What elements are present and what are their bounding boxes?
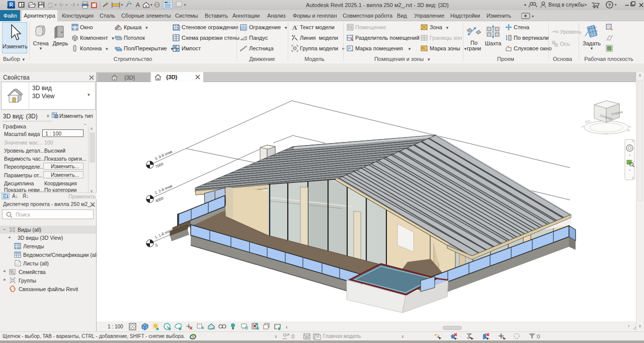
svg-text:▾: ▾ [585,3,587,7]
svg-text:‹: ‹ [286,324,288,330]
svg-text::0: :0 [536,334,540,339]
svg-text:▾: ▾ [55,3,57,7]
svg-text:A: A [292,24,297,31]
svg-text:3. 3-й этаж: 3. 3-й этаж [154,149,173,161]
svg-text:▾: ▾ [184,3,186,7]
svg-text:2. 2-й этаж: 2. 2-й этаж [154,183,173,195]
svg-text:◂: ◂ [524,2,526,7]
svg-text:▾: ▾ [615,3,617,7]
svg-text:P: P [348,46,351,51]
svg-text:▾: ▾ [121,3,123,7]
svg-text:A: A [136,2,140,9]
svg-text:Вход в службы: Вход в службы [548,2,585,8]
svg-text:?: ? [608,2,611,8]
svg-text:0: 0 [154,243,158,248]
svg-text:▾: ▾ [532,14,534,19]
svg-text:▾: ▾ [65,3,67,7]
svg-text:R: R [9,2,13,8]
svg-text:▾: ▾ [150,3,152,7]
svg-text::0: :0 [290,334,295,339]
svg-text:В: В [627,129,629,132]
svg-text:7000: 7000 [154,162,164,169]
svg-text:4000: 4000 [154,196,164,203]
svg-text:▾: ▾ [77,3,79,7]
